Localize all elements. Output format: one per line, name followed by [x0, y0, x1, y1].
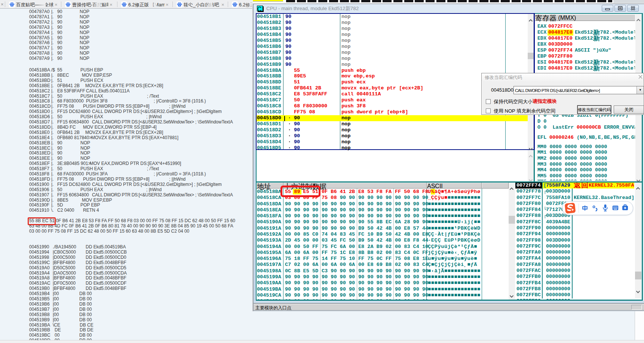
svg-text:du: du: [123, 5, 125, 7]
svg-text:du: du: [67, 5, 69, 7]
svg-text:du: du: [178, 5, 181, 7]
svg-text:du: du: [234, 5, 236, 7]
svg-text:du: du: [11, 5, 13, 7]
